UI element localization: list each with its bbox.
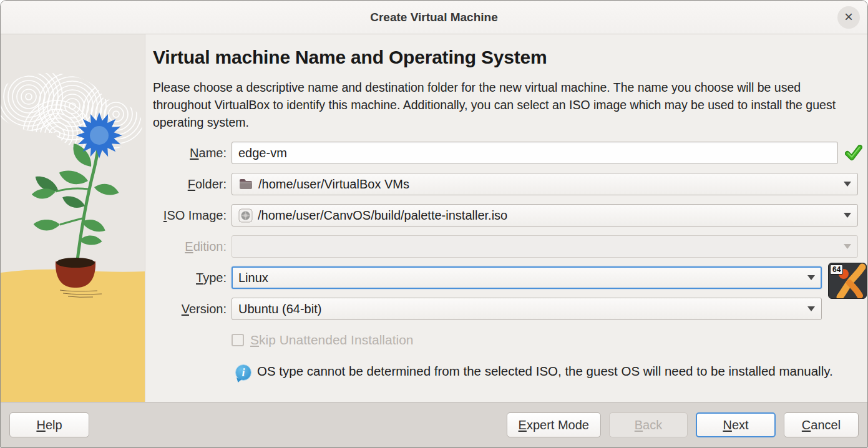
page-description: Please choose a descriptive name and des… — [153, 79, 855, 131]
version-value: Ubuntu (64-bit) — [238, 302, 321, 316]
folder-row: Folder: /home/user/VirtualBox VMs — [153, 173, 867, 195]
os-type-icon: 64 — [828, 263, 867, 299]
info-message: OS type cannot be determined from the se… — [257, 363, 833, 380]
dropdown-arrow-icon — [844, 244, 851, 249]
folder-icon — [238, 178, 253, 190]
dropdown-arrow-icon — [807, 275, 815, 280]
vm-form: Name: Folder: — [153, 142, 867, 320]
dropdown-arrow-icon — [844, 182, 851, 187]
sidebar-illustration — [1, 34, 145, 402]
folder-combo[interactable]: /home/user/VirtualBox VMs — [232, 173, 858, 195]
sand-ground — [1, 270, 145, 403]
plant-illustration — [1, 34, 145, 403]
page-title: Virtual machine Name and Operating Syste… — [153, 47, 867, 68]
help-button[interactable]: Help — [9, 412, 89, 437]
skip-unattended-row: Skip Unattended Installation — [232, 333, 867, 348]
flower-center — [90, 126, 109, 145]
iso-combo[interactable]: /home/user/CanvOS/build/palette-installe… — [232, 204, 858, 226]
info-icon: i — [235, 364, 251, 381]
name-row: Name: — [153, 142, 867, 164]
optical-disc-icon — [238, 208, 253, 223]
iso-value: /home/user/CanvOS/build/palette-installe… — [258, 208, 507, 223]
dropdown-arrow-icon — [844, 213, 851, 218]
back-button: Back — [609, 412, 688, 437]
next-button[interactable]: Next — [696, 412, 776, 437]
type-value: Linux — [238, 271, 268, 285]
iso-label: ISO Image: — [153, 208, 227, 223]
os-64bit-badge: 64 — [830, 265, 843, 275]
button-bar: Help Expert Mode Back Next Cancel — [1, 402, 867, 447]
name-input[interactable] — [232, 142, 838, 164]
skip-unattended-label: Skip Unattended Installation — [250, 333, 414, 348]
cancel-button[interactable]: Cancel — [784, 412, 859, 437]
version-row: Version: Ubuntu (64-bit) — [153, 298, 867, 320]
wizard-page: Virtual machine Name and Operating Syste… — [145, 34, 867, 402]
skip-unattended-checkbox — [232, 334, 244, 346]
type-combo[interactable]: Linux — [232, 266, 822, 289]
type-label: Type: — [153, 271, 227, 285]
titlebar: Create Virtual Machine × — [1, 1, 867, 34]
valid-check-icon — [845, 145, 862, 161]
expert-mode-button[interactable]: Expert Mode — [507, 412, 601, 437]
edition-row: Edition: — [153, 235, 867, 258]
folder-label: Folder: — [153, 177, 227, 192]
dropdown-arrow-icon — [807, 306, 815, 311]
window-title: Create Virtual Machine — [370, 11, 498, 24]
close-button[interactable]: × — [837, 6, 860, 29]
type-row: Type: Linux 64 — [153, 266, 867, 289]
edition-label: Edition: — [153, 240, 227, 254]
version-combo[interactable]: Ubuntu (64-bit) — [232, 298, 822, 320]
edition-combo — [232, 235, 858, 258]
name-label: Name: — [153, 146, 227, 160]
info-message-row: i OS type cannot be determined from the … — [235, 363, 834, 381]
version-label: Version: — [153, 302, 227, 316]
create-vm-dialog: Create Virtual Machine × — [0, 0, 868, 448]
close-icon: × — [844, 9, 853, 24]
folder-value: /home/user/VirtualBox VMs — [258, 177, 409, 192]
iso-row: ISO Image: /home/user/CanvOS/build/palet… — [153, 204, 867, 226]
